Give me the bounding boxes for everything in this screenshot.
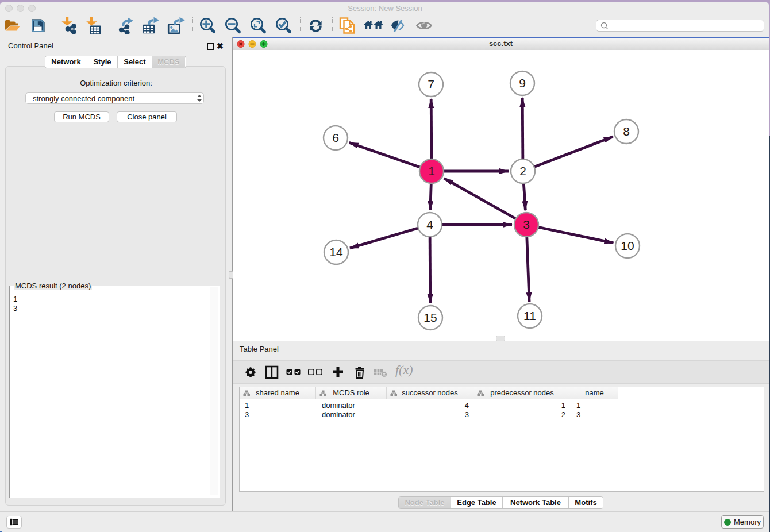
svg-text:2: 2 bbox=[519, 164, 526, 178]
svg-text:1: 1 bbox=[428, 164, 435, 178]
svg-text:6: 6 bbox=[332, 131, 339, 144]
svg-text:10: 10 bbox=[621, 239, 634, 252]
svg-text:3: 3 bbox=[523, 218, 530, 231]
svg-text:4: 4 bbox=[426, 218, 433, 231]
svg-text:14: 14 bbox=[329, 245, 343, 259]
svg-text:9: 9 bbox=[519, 76, 526, 90]
svg-text:7: 7 bbox=[428, 78, 434, 91]
svg-text:15: 15 bbox=[424, 311, 437, 324]
svg-text:8: 8 bbox=[623, 125, 630, 138]
svg-text:11: 11 bbox=[523, 309, 536, 322]
